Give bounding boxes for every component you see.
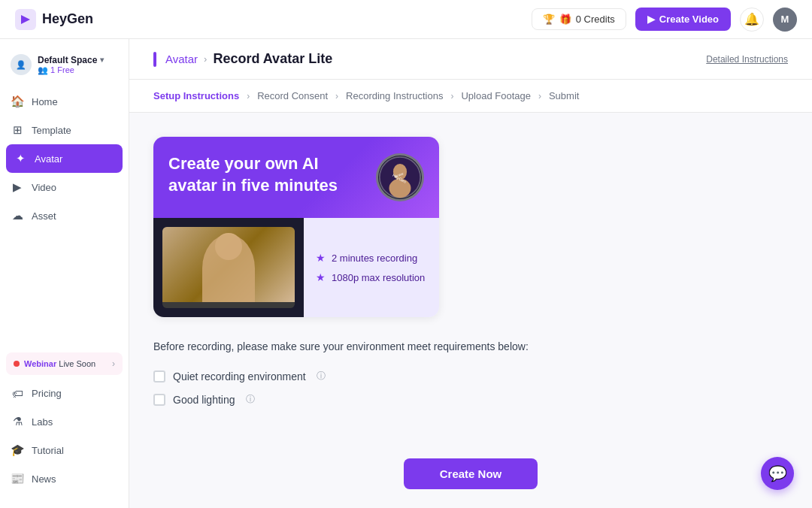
- requirements-intro: Before recording, please make sure your …: [153, 338, 788, 355]
- credits-button[interactable]: 🏆 🎁 0 Credits: [532, 8, 626, 30]
- chat-support-button[interactable]: 💬: [761, 457, 794, 490]
- sidebar-item-avatar[interactable]: ✦ Avatar: [6, 144, 123, 173]
- create-video-label: Create Video: [659, 14, 719, 25]
- step-arrow-4: ›: [538, 91, 541, 101]
- svg-point-3: [389, 179, 411, 198]
- feature-item-1: ★ 2 minutes recording: [316, 252, 427, 264]
- step-setup-instructions[interactable]: Setup Instructions: [153, 90, 239, 101]
- step-arrow-1: ›: [247, 91, 250, 101]
- play-icon: ▶: [647, 14, 655, 25]
- hero-screen: [153, 218, 304, 317]
- sidebar-item-pricing[interactable]: 🏷 Pricing: [0, 379, 129, 407]
- quiet-environment-info-icon[interactable]: ⓘ: [317, 370, 326, 383]
- workspace-selector[interactable]: 👤 Default Space ▾ 👥 1 Free: [0, 48, 129, 87]
- content-area: Create your own AI avatar in five minute…: [129, 113, 812, 440]
- breadcrumb-current: Record Avatar Lite: [213, 51, 332, 67]
- step-record-consent[interactable]: Record Consent: [257, 90, 328, 101]
- sidebar-item-home[interactable]: 🏠 Home: [0, 87, 129, 116]
- sidebar-bottom: 🏷 Pricing ⚗ Labs 🎓 Tutorial 📰 News: [0, 379, 129, 499]
- detailed-instructions-link[interactable]: Detailed Instructions: [706, 54, 788, 65]
- good-lighting-info-icon[interactable]: ⓘ: [246, 393, 255, 406]
- quiet-environment-label: Quiet recording environment: [173, 370, 306, 383]
- good-lighting-checkbox[interactable]: [153, 394, 165, 406]
- breadcrumb: Avatar › Record Avatar Lite: [153, 51, 332, 67]
- chat-icon: 💬: [768, 464, 787, 482]
- main-layout: 👤 Default Space ▾ 👥 1 Free 🏠 Home ⊞: [0, 39, 812, 508]
- checkbox-row-1: Quiet recording environment ⓘ: [153, 370, 788, 383]
- sidebar-item-pricing-label: Pricing: [32, 388, 62, 399]
- nav-items: 🏠 Home ⊞ Template ✦ Avatar ▶ Video ☁ Ass…: [0, 87, 129, 348]
- webinar-banner[interactable]: Webinar Live Soon ›: [6, 352, 123, 375]
- nav-right: 🏆 🎁 0 Credits ▶ Create Video 🔔 M: [532, 8, 797, 32]
- sidebar: 👤 Default Space ▾ 👥 1 Free 🏠 Home ⊞: [0, 39, 129, 508]
- sidebar-item-video-label: Video: [32, 182, 56, 193]
- page-header: Avatar › Record Avatar Lite Detailed Ins…: [129, 39, 812, 80]
- template-icon: ⊞: [11, 123, 24, 137]
- asset-icon: ☁: [11, 209, 24, 222]
- feature-label-2: 1080p max resolution: [332, 272, 425, 283]
- chevron-down-icon: ▾: [100, 56, 104, 64]
- step-upload-footage[interactable]: Upload Footage: [461, 90, 531, 101]
- accent-bar: [153, 52, 156, 67]
- gift-icon: 🎁: [559, 14, 571, 25]
- sidebar-item-news[interactable]: 📰 News: [0, 464, 129, 493]
- sidebar-item-template[interactable]: ⊞ Template: [0, 116, 129, 144]
- user-avatar[interactable]: M: [773, 8, 797, 32]
- sidebar-item-labs-label: Labs: [32, 416, 53, 428]
- breadcrumb-parent[interactable]: Avatar: [165, 53, 198, 65]
- sidebar-item-home-label: Home: [32, 96, 58, 107]
- news-icon: 📰: [11, 472, 24, 485]
- monitor-frame: [162, 227, 295, 308]
- chevron-right-icon: ›: [112, 358, 115, 369]
- workspace-plan: 👥 1 Free: [38, 65, 118, 75]
- avatar-circle-graphic: HeyGen avatar: [378, 156, 422, 199]
- credits-label: 0 Credits: [576, 14, 615, 25]
- quiet-environment-checkbox[interactable]: [153, 370, 165, 383]
- step-arrow-2: ›: [335, 91, 338, 101]
- sidebar-item-asset[interactable]: ☁ Asset: [0, 201, 129, 230]
- sidebar-item-news-label: News: [32, 473, 56, 485]
- home-icon: 🏠: [11, 95, 24, 108]
- step-submit[interactable]: Submit: [549, 90, 579, 101]
- feature-item-2: ★ 1080p max resolution: [316, 271, 427, 283]
- workspace-avatar: 👤: [11, 54, 32, 75]
- tutorial-icon: 🎓: [11, 443, 24, 457]
- pricing-icon: 🏷: [11, 387, 24, 400]
- video-icon: ▶: [11, 180, 24, 194]
- person-silhouette: [202, 234, 255, 302]
- webinar-live-dot: [14, 361, 20, 367]
- hero-avatar-circle: HeyGen avatar: [376, 153, 424, 201]
- sidebar-item-labs[interactable]: ⚗ Labs: [0, 407, 129, 436]
- hero-card: Create your own AI avatar in five minute…: [153, 137, 439, 317]
- hero-bottom: ★ 2 minutes recording ★ 1080p max resolu…: [153, 218, 439, 317]
- heygen-logo-icon: [15, 9, 36, 30]
- workspace-info: Default Space ▾ 👥 1 Free: [38, 55, 118, 75]
- hero-features: ★ 2 minutes recording ★ 1080p max resolu…: [304, 218, 439, 317]
- sidebar-item-tutorial[interactable]: 🎓 Tutorial: [0, 436, 129, 464]
- plan-label: Free: [57, 65, 74, 74]
- sidebar-item-video[interactable]: ▶ Video: [0, 173, 129, 201]
- content-footer: Create Now: [129, 440, 812, 508]
- main-content: Avatar › Record Avatar Lite Detailed Ins…: [129, 39, 812, 508]
- star-icon-1: ★: [316, 252, 326, 264]
- create-now-button[interactable]: Create Now: [404, 458, 538, 489]
- breadcrumb-separator: ›: [204, 53, 207, 65]
- webinar-text: Webinar Live Soon: [24, 359, 108, 368]
- logo-area: HeyGen: [15, 9, 523, 30]
- star-icon-2: ★: [316, 271, 326, 283]
- step-recording-instructions[interactable]: Recording Instructions: [346, 90, 443, 101]
- notifications-button[interactable]: 🔔: [740, 8, 764, 32]
- trophy-icon: 🏆: [543, 14, 555, 25]
- steps-bar: Setup Instructions › Record Consent › Re…: [129, 80, 812, 113]
- workspace-avatar-icon: 👤: [16, 60, 26, 70]
- good-lighting-label: Good lighting: [173, 394, 235, 406]
- hero-title: Create your own AI avatar in five minute…: [168, 153, 367, 196]
- monitor-base: [162, 302, 295, 308]
- checkbox-row-2: Good lighting ⓘ: [153, 393, 788, 406]
- sidebar-item-tutorial-label: Tutorial: [32, 445, 64, 456]
- create-video-button[interactable]: ▶ Create Video: [635, 8, 731, 31]
- app-name: HeyGen: [42, 11, 93, 27]
- members-count: 👥 1: [38, 65, 55, 74]
- sidebar-item-asset-label: Asset: [32, 210, 56, 222]
- sidebar-item-template-label: Template: [32, 125, 71, 136]
